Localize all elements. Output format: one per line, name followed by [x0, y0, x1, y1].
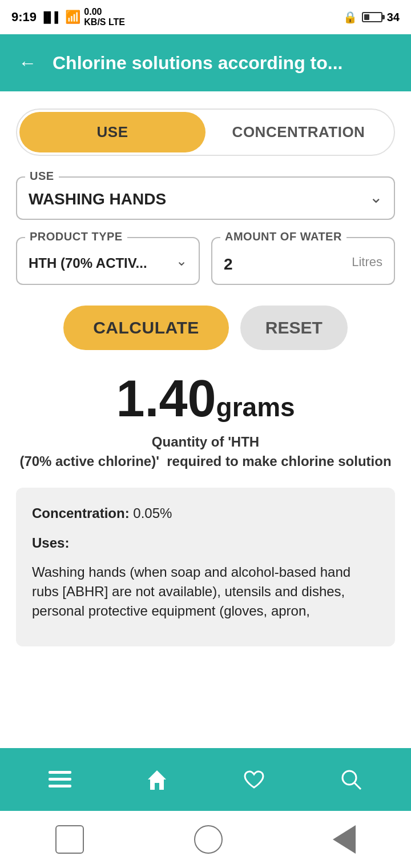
battery-icon: [362, 12, 382, 22]
svg-line-5: [354, 783, 361, 789]
svg-rect-0: [49, 771, 71, 774]
product-type-chevron-icon: ⌄: [176, 253, 187, 269]
result-number: 1.40: [116, 370, 216, 427]
result-value-row: 1.40grams: [16, 373, 395, 424]
amount-water-row: 2 Litres: [224, 251, 382, 274]
status-bar: 9:19 ▐▌▌ 📶 0.00KB/S LTE 🔒 34: [0, 0, 411, 34]
concentration-value: 0.05%: [130, 505, 172, 521]
svg-rect-2: [49, 785, 71, 787]
concentration-line: Concentration: 0.05%: [32, 504, 379, 523]
sys-recent-button[interactable]: [333, 825, 356, 854]
tab-use[interactable]: USE: [19, 112, 206, 152]
nav-search-button[interactable]: [328, 762, 374, 797]
amount-water-unit: Litres: [352, 255, 382, 270]
use-label: USE: [25, 170, 59, 183]
nav-home-button[interactable]: [134, 762, 180, 797]
nav-menu-button[interactable]: [37, 762, 83, 797]
status-right: 🔒 34: [343, 10, 400, 24]
nav-heart-button[interactable]: [231, 762, 277, 797]
two-col-fields: PRODUCT TYPE HTH (70% ACTIV... ⌄ AMOUNT …: [16, 237, 395, 285]
data-speed: 0.00KB/S LTE: [84, 7, 125, 27]
back-button[interactable]: ←: [14, 48, 41, 78]
svg-marker-3: [148, 770, 166, 790]
status-left: 9:19 ▐▌▌ 📶 0.00KB/S LTE: [11, 7, 125, 27]
product-type-group[interactable]: PRODUCT TYPE HTH (70% ACTIV... ⌄: [16, 237, 200, 285]
lock-icon: 🔒: [343, 10, 357, 24]
amount-water-group[interactable]: AMOUNT OF WATER 2 Litres: [211, 237, 395, 285]
result-description: Quantity of 'HTH(70% active chlorine)' r…: [16, 432, 395, 471]
svg-point-4: [342, 771, 356, 785]
product-type-value: HTH (70% ACTIV...: [29, 255, 147, 271]
use-dropdown-row: WASHING HANDS ⌄: [29, 186, 382, 208]
tab-container: USE CONCENTRATION: [16, 108, 395, 156]
info-card: Concentration: 0.05% Uses: Washing hands…: [16, 488, 395, 646]
amount-water-value: 2: [224, 255, 233, 274]
uses-label-line: Uses:: [32, 533, 379, 553]
use-value: WASHING HANDS: [29, 190, 166, 208]
action-buttons: CALCULATE RESET: [16, 306, 395, 350]
result-container: 1.40grams Quantity of 'HTH(70% active ch…: [16, 373, 395, 471]
product-type-label: PRODUCT TYPE: [25, 230, 127, 243]
calculate-button[interactable]: CALCULATE: [63, 306, 229, 350]
reset-button[interactable]: RESET: [240, 306, 348, 350]
battery-percent: 34: [387, 11, 400, 24]
signal-icon: ▐▌▌: [40, 11, 62, 23]
system-nav-bar: [0, 811, 411, 868]
wifi-icon: 📶: [65, 10, 80, 25]
svg-rect-1: [49, 778, 71, 781]
bottom-nav: [0, 748, 411, 811]
uses-label: Uses:: [32, 535, 69, 550]
result-unit: grams: [216, 392, 295, 422]
amount-water-label: AMOUNT OF WATER: [220, 230, 346, 243]
use-field-group[interactable]: USE WASHING HANDS ⌄: [16, 176, 395, 220]
sys-home-button[interactable]: [194, 825, 223, 854]
header-title: Chlorine solutions according to...: [53, 53, 342, 74]
concentration-label: Concentration:: [32, 505, 130, 521]
header: ← Chlorine solutions according to...: [0, 34, 411, 91]
main-content: USE CONCENTRATION USE WASHING HANDS ⌄ PR…: [0, 91, 411, 748]
tab-concentration[interactable]: CONCENTRATION: [206, 112, 392, 152]
sys-back-button[interactable]: [55, 825, 84, 854]
product-type-row: HTH (70% ACTIV... ⌄: [29, 251, 187, 271]
uses-text: Washing hands (when soap and alcohol-bas…: [32, 562, 379, 620]
time: 9:19: [11, 10, 37, 25]
use-chevron-icon: ⌄: [369, 188, 382, 207]
